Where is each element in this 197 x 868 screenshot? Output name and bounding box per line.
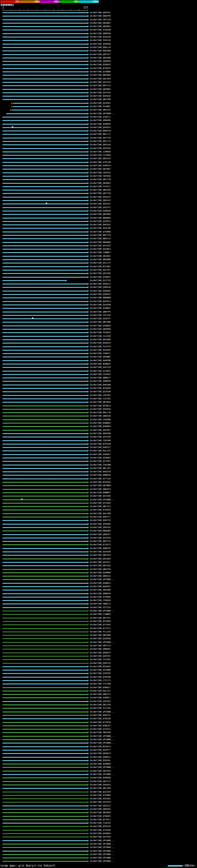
- alignment-bar[interactable]: [2, 280, 66, 281]
- alignment-bar[interactable]: [2, 496, 88, 497]
- hit-label[interactable]: UniRef100_A8I17B: [90, 178, 110, 181]
- alignment-bar[interactable]: [2, 482, 88, 483]
- hit-label[interactable]: UniRef100_Q8J1Y0: [90, 704, 110, 706]
- hit-label[interactable]: UniRef100_Q03602: [90, 22, 110, 25]
- alignment-bar[interactable]: [2, 631, 88, 632]
- hit-label[interactable]: UniRef100_B7Z810: [90, 721, 110, 724]
- hit-label[interactable]: UniRef100_B9HVT8: [90, 130, 110, 132]
- alignment-bar[interactable]: [2, 764, 88, 765]
- hit-label[interactable]: UniRef100_Q4V924: [90, 126, 110, 129]
- alignment-bar[interactable]: [2, 732, 88, 733]
- hit-label[interactable]: UniRef100_B4R380: [90, 384, 110, 386]
- hit-label[interactable]: UniRef100_Q2Z329: [90, 791, 110, 794]
- alignment-bar[interactable]: [2, 461, 88, 462]
- hit-label[interactable]: UniRef100_C5KTM9: [90, 439, 110, 442]
- alignment-bar[interactable]: [2, 329, 88, 330]
- alignment-bar[interactable]: [2, 607, 88, 608]
- hit-label[interactable]: UniRef100_B3GPH1: [90, 759, 110, 762]
- alignment-bar[interactable]: [2, 364, 88, 365]
- alignment-bar[interactable]: [2, 350, 88, 351]
- alignment-bar[interactable]: [2, 489, 88, 490]
- alignment-bar[interactable]: [2, 826, 88, 827]
- alignment-bar[interactable]: [2, 298, 88, 298]
- hit-label[interactable]: UniRef100_Q587K1: [90, 11, 110, 14]
- alignment-bar[interactable]: [2, 784, 88, 785]
- alignment-bar[interactable]: [2, 788, 88, 789]
- alignment-bar[interactable]: [2, 861, 88, 862]
- hit-label[interactable]: UniRef100_Q01EX3: [90, 157, 110, 160]
- alignment-bar[interactable]: [2, 844, 88, 845]
- hit-label[interactable]: UniRef100_Q65406: [90, 321, 110, 323]
- alignment-bar[interactable]: [2, 649, 88, 650]
- alignment-bar[interactable]: [2, 729, 88, 730]
- alignment-bar[interactable]: [2, 145, 88, 145]
- alignment-bar[interactable]: [2, 47, 88, 48]
- hit-label[interactable]: UniRef100_Q7PQH5: [90, 596, 110, 598]
- alignment-bar[interactable]: [2, 284, 88, 284]
- hit-label[interactable]: UniRef100_UPI000...: [90, 839, 114, 842]
- alignment-bar[interactable]: [2, 130, 88, 131]
- hit-label[interactable]: UniRef100_A4HGG7: [90, 453, 110, 456]
- hit-label[interactable]: UniRef100_C5YEL1: [90, 185, 110, 188]
- hit-label[interactable]: UniRef100_Q5QHT4: [90, 652, 110, 654]
- alignment-bar[interactable]: [2, 423, 88, 424]
- hit-label[interactable]: UniRef100_A3EYQ7: [90, 700, 110, 703]
- alignment-bar[interactable]: [2, 743, 88, 744]
- alignment-bar[interactable]: [2, 816, 88, 817]
- hit-label[interactable]: UniRef100_C5F1X2: [90, 314, 110, 317]
- hit-label[interactable]: UniRef100_UPI000...: [90, 766, 114, 769]
- hit-label[interactable]: UniRef100_A2YSF9: [90, 801, 110, 804]
- alignment-bar[interactable]: [2, 12, 88, 13]
- hit-label[interactable]: UniRef100_Q5C7K7: [90, 269, 110, 272]
- hit-label[interactable]: UniRef100_B4Q127: [90, 446, 110, 449]
- hit-label[interactable]: UniRef100_B7FUB7: [90, 266, 110, 268]
- hit-label[interactable]: UniRef100_Q28M06: [90, 571, 110, 574]
- hit-label[interactable]: UniRef100_B5WH17: [90, 686, 110, 689]
- hit-label[interactable]: UniRef100_C5K6G9: [90, 599, 110, 602]
- alignment-bar[interactable]: [2, 162, 88, 163]
- hit-label[interactable]: UniRef100_B8BWB9: [90, 297, 110, 299]
- alignment-bar[interactable]: [2, 812, 88, 813]
- alignment-bar[interactable]: [2, 579, 88, 580]
- alignment-bar[interactable]: [2, 336, 88, 337]
- alignment-bar[interactable]: [2, 134, 88, 135]
- alignment-bar[interactable]: [2, 190, 88, 191]
- alignment-bar[interactable]: [2, 186, 88, 187]
- alignment-bar[interactable]: [2, 840, 88, 841]
- alignment-bar[interactable]: [2, 468, 88, 469]
- hit-label[interactable]: UniRef100_C4J410: [90, 335, 110, 338]
- hit-label[interactable]: UniRef100_B9I7J3: [90, 140, 110, 143]
- alignment-bar[interactable]: [2, 621, 88, 622]
- hit-label[interactable]: UniRef100_Q39405: [90, 523, 110, 526]
- alignment-bar[interactable]: [2, 117, 88, 118]
- alignment-bar[interactable]: [2, 684, 88, 684]
- alignment-bar[interactable]: [2, 79, 88, 80]
- alignment-bar[interactable]: [2, 618, 88, 619]
- hit-label[interactable]: UniRef100_Q24938: [90, 304, 110, 306]
- hit-label[interactable]: UniRef100_P49118: [90, 39, 110, 42]
- alignment-bar[interactable]: [2, 155, 88, 156]
- alignment-bar[interactable]: [2, 371, 88, 372]
- alignment-bar[interactable]: [2, 326, 88, 327]
- hit-label[interactable]: UniRef100_B9QYP6: [90, 15, 110, 18]
- alignment-bar[interactable]: [2, 440, 88, 441]
- hit-label[interactable]: UniRef100_B7ZEC3: [90, 544, 110, 546]
- hit-label[interactable]: UniRef100_Q50H12: [90, 756, 110, 759]
- alignment-bar[interactable]: [2, 96, 88, 97]
- alignment-bar[interactable]: [2, 611, 88, 612]
- alignment-bar[interactable]: [2, 381, 88, 382]
- alignment-bar[interactable]: [2, 569, 88, 570]
- alignment-bar[interactable]: [2, 64, 88, 65]
- alignment-bar[interactable]: [2, 851, 88, 852]
- alignment-bar[interactable]: [2, 638, 88, 639]
- hit-label[interactable]: UniRef100_Q17Z67: [90, 460, 110, 463]
- alignment-bar[interactable]: [2, 552, 88, 552]
- alignment-bar[interactable]: [2, 224, 88, 225]
- alignment-bar[interactable]: [2, 26, 88, 27]
- hit-label[interactable]: UniRef100_Q8I8G9: [90, 811, 110, 814]
- hit-label[interactable]: UniRef100_Q9LHH5: [90, 558, 110, 560]
- hit-label[interactable]: UniRef100_C5KTN1: [90, 394, 110, 397]
- hit-label[interactable]: UniRef100_Q05966: [90, 634, 110, 637]
- hit-label[interactable]: UniRef100_A5H1H9: [90, 551, 110, 553]
- hit-label[interactable]: UniRef100_Q0ZBX0: [90, 328, 110, 331]
